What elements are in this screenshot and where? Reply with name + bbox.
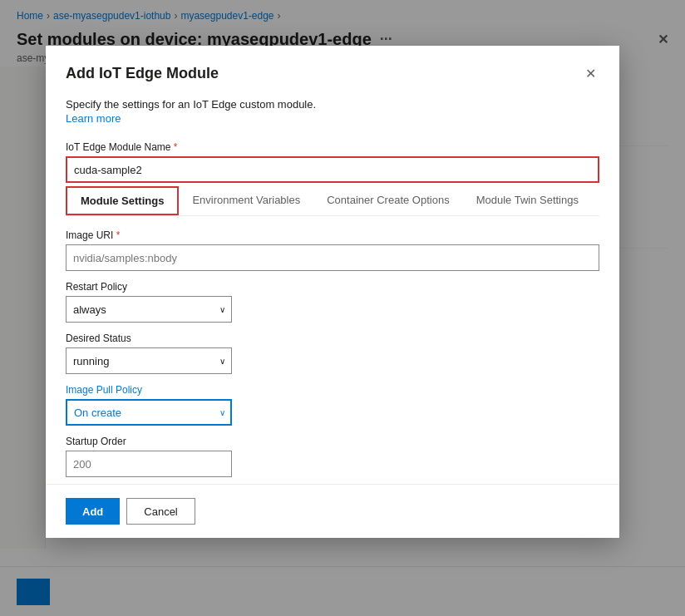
modal-title: Add IoT Edge Module [66, 65, 582, 82]
desired-status-label: Desired Status [66, 333, 599, 344]
add-button[interactable]: Add [66, 498, 120, 525]
modal-header: Add IoT Edge Module ✕ [46, 46, 619, 91]
startup-order-input[interactable] [66, 451, 232, 477]
learn-more-link[interactable]: Learn more [66, 112, 599, 125]
module-name-required-star: * [174, 141, 178, 153]
restart-policy-label: Restart Policy [66, 281, 599, 293]
startup-order-label: Startup Order [66, 436, 599, 447]
image-uri-input[interactable] [66, 244, 599, 271]
restart-policy-wrapper: always never on-failure on-unhealthy ∨ [66, 296, 232, 323]
add-iot-module-dialog: Add IoT Edge Module ✕ Specify the settin… [46, 46, 619, 538]
tab-container-create-options[interactable]: Container Create Options [313, 186, 462, 215]
tab-module-twin-settings[interactable]: Module Twin Settings [463, 186, 592, 215]
desired-status-select[interactable]: running stopped [66, 347, 232, 374]
modal-tabs: Module Settings Environment Variables Co… [66, 186, 599, 216]
module-name-label: IoT Edge Module Name * [66, 141, 599, 153]
module-name-input[interactable] [66, 156, 599, 183]
image-pull-policy-wrapper: On create Never ∨ [66, 399, 232, 426]
cancel-button[interactable]: Cancel [126, 498, 195, 525]
tab-module-settings[interactable]: Module Settings [66, 186, 179, 215]
modal-description: Specify the settings for an IoT Edge cus… [66, 91, 599, 111]
image-pull-policy-label: Image Pull Policy [66, 384, 599, 396]
modal-footer: Add Cancel [46, 484, 619, 538]
image-uri-required-star: * [116, 229, 121, 241]
image-pull-policy-select[interactable]: On create Never [66, 399, 232, 426]
modal-body: Specify the settings for an IoT Edge cus… [46, 91, 619, 477]
modal-close-button[interactable]: ✕ [582, 62, 599, 85]
restart-policy-select[interactable]: always never on-failure on-unhealthy [66, 296, 232, 323]
desired-status-wrapper: running stopped ∨ [66, 347, 232, 374]
image-uri-label: Image URI * [66, 229, 599, 241]
tab-environment-variables[interactable]: Environment Variables [179, 186, 313, 215]
